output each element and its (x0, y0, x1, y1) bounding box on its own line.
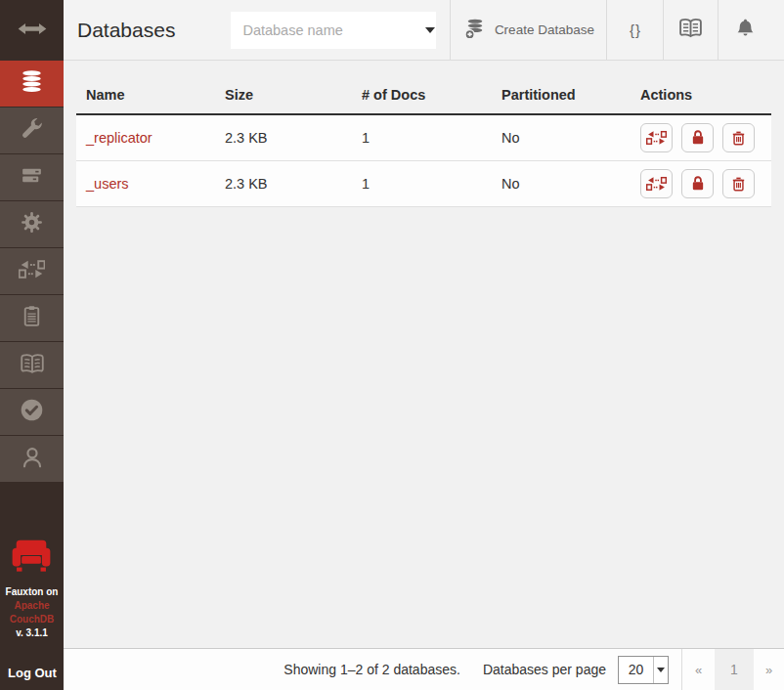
create-database-button[interactable]: Create Database (451, 0, 606, 61)
create-database-icon (463, 18, 486, 43)
partitioned-cell: No (492, 130, 631, 146)
sidebar-item-active-tasks-list[interactable] (0, 295, 64, 342)
book-icon (677, 17, 704, 43)
column-header-docs: # of Docs (352, 87, 492, 103)
sidebar-item-active-tasks[interactable] (0, 154, 64, 201)
check-circle-icon (19, 397, 45, 427)
results-summary: Showing 1–2 of 2 databases. (283, 662, 460, 677)
sidebar-bottom: Fauxton on Apache CouchDB v. 3.1.1 Log O… (0, 539, 64, 690)
double-arrow-icon (18, 22, 47, 39)
per-page-label: Databases per page (483, 662, 606, 677)
sidebar-item-databases[interactable] (0, 61, 64, 108)
lock-icon (688, 128, 708, 148)
chevron-down-icon (653, 657, 668, 683)
trash-icon (729, 175, 748, 194)
lock-icon (688, 174, 708, 194)
sidebar-item-account[interactable] (0, 436, 64, 483)
replicate-icon (646, 129, 667, 147)
pagination-prev-button[interactable]: « (682, 649, 715, 690)
databases-content: Name Size # of Docs Partitioned Actions … (64, 61, 784, 648)
create-database-label: Create Database (495, 22, 594, 37)
wrench-icon (20, 116, 44, 145)
sidebar-item-documentation[interactable] (0, 342, 64, 389)
delete-database-button[interactable] (722, 169, 755, 198)
logout-button[interactable]: Log Out (0, 666, 57, 690)
logo-text-version: v. 3.1.1 (6, 626, 59, 640)
pagination: « 1 » (682, 649, 784, 690)
topbar: Databases (64, 0, 784, 61)
replicate-button[interactable] (640, 123, 673, 152)
logo-text-apache: Apache (6, 599, 59, 613)
server-list-icon (20, 163, 44, 192)
sidebar-item-configuration[interactable] (0, 201, 64, 248)
api-url-button[interactable]: {} (607, 0, 663, 61)
sidebar-collapse-toggle[interactable] (0, 0, 64, 61)
database-name-combo[interactable] (231, 12, 436, 49)
replicate-icon (646, 175, 667, 193)
main-panel: Databases (64, 0, 784, 690)
delete-database-button[interactable] (722, 123, 755, 152)
couch-logo-icon (6, 539, 59, 576)
partitioned-cell: No (492, 176, 631, 192)
pagination-page-1[interactable]: 1 (715, 649, 754, 690)
column-header-actions: Actions (631, 87, 771, 103)
bell-icon (734, 17, 757, 43)
column-header-size: Size (215, 87, 352, 103)
json-braces-icon: {} (630, 22, 641, 38)
permissions-lock-button[interactable] (681, 169, 714, 198)
sidebar-item-replication[interactable] (0, 248, 64, 295)
table-row: _users 2.3 KB 1 No (76, 161, 771, 207)
database-name-input[interactable] (231, 12, 425, 49)
logo-text-couchdb: CouchDB (6, 613, 59, 626)
footer: Showing 1–2 of 2 databases. Databases pe… (64, 648, 784, 690)
notifications-button[interactable] (719, 0, 772, 61)
pagination-next-button[interactable]: » (754, 649, 784, 690)
size-cell: 2.3 KB (215, 176, 352, 192)
documentation-button[interactable] (664, 0, 718, 61)
size-cell: 2.3 KB (215, 130, 352, 146)
database-link-users[interactable]: _users (86, 176, 129, 192)
permissions-lock-button[interactable] (681, 123, 714, 152)
per-page-value: 20 (619, 657, 653, 683)
sidebar: Fauxton on Apache CouchDB v. 3.1.1 Log O… (0, 0, 64, 690)
replication-icon (19, 258, 45, 284)
replicate-button[interactable] (640, 169, 673, 198)
column-header-name: Name (76, 87, 215, 103)
table-header-row: Name Size # of Docs Partitioned Actions (76, 76, 771, 115)
gear-icon (20, 210, 44, 238)
database-link-replicator[interactable]: _replicator (86, 130, 152, 146)
fauxton-app: Fauxton on Apache CouchDB v. 3.1.1 Log O… (0, 0, 784, 690)
sidebar-item-setup[interactable] (0, 108, 64, 154)
per-page-select[interactable]: 20 (618, 656, 669, 684)
sidebar-item-verify[interactable] (0, 389, 64, 436)
book-icon (19, 352, 46, 379)
column-header-partitioned: Partitioned (492, 87, 631, 103)
docs-cell: 1 (352, 130, 492, 146)
clipboard-icon (20, 304, 44, 332)
docs-cell: 1 (352, 176, 492, 192)
couchdb-logo-block: Fauxton on Apache CouchDB v. 3.1.1 (6, 539, 59, 640)
table-row: _replicator 2.3 KB 1 No (76, 115, 771, 161)
chevron-down-icon[interactable] (425, 27, 435, 33)
page-title: Databases (77, 19, 175, 42)
trash-icon (729, 129, 748, 148)
database-icon (19, 68, 45, 99)
person-icon (20, 445, 45, 474)
logo-text-fauxton: Fauxton on (6, 585, 59, 599)
